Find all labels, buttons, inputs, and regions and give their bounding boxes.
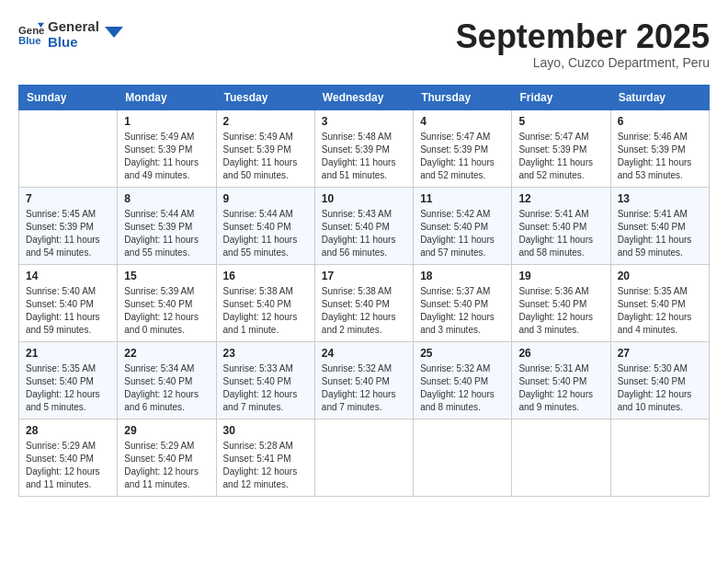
day-number: 3 xyxy=(322,115,406,128)
svg-text:Blue: Blue xyxy=(18,35,41,46)
day-number: 26 xyxy=(518,347,603,360)
calendar-cell: 4Sunrise: 5:47 AM Sunset: 5:39 PM Daylig… xyxy=(414,109,512,187)
day-info: Sunrise: 5:29 AM Sunset: 5:40 PM Dayligh… xyxy=(124,440,209,491)
logo-text-general: General xyxy=(48,18,99,34)
day-info: Sunrise: 5:38 AM Sunset: 5:40 PM Dayligh… xyxy=(322,285,406,337)
day-number: 15 xyxy=(124,270,209,282)
day-info: Sunrise: 5:45 AM Sunset: 5:39 PM Dayligh… xyxy=(26,208,110,259)
day-info: Sunrise: 5:35 AM Sunset: 5:40 PM Dayligh… xyxy=(618,285,702,337)
calendar-cell: 25Sunrise: 5:32 AM Sunset: 5:40 PM Dayli… xyxy=(414,341,512,419)
col-header-tuesday: Tuesday xyxy=(216,85,314,109)
logo: General Blue General Blue xyxy=(18,18,123,51)
day-number: 23 xyxy=(223,347,308,360)
day-info: Sunrise: 5:47 AM Sunset: 5:39 PM Dayligh… xyxy=(518,131,603,182)
calendar-cell: 5Sunrise: 5:47 AM Sunset: 5:39 PM Daylig… xyxy=(512,109,610,187)
calendar-cell: 27Sunrise: 5:30 AM Sunset: 5:40 PM Dayli… xyxy=(610,341,709,419)
day-info: Sunrise: 5:44 AM Sunset: 5:40 PM Dayligh… xyxy=(223,208,308,259)
calendar-week-row: 1Sunrise: 5:49 AM Sunset: 5:39 PM Daylig… xyxy=(19,109,710,187)
day-info: Sunrise: 5:38 AM Sunset: 5:40 PM Dayligh… xyxy=(223,285,308,337)
day-number: 13 xyxy=(618,192,702,205)
day-number: 8 xyxy=(124,192,209,205)
day-number: 16 xyxy=(223,270,308,282)
col-header-monday: Monday xyxy=(118,85,216,109)
calendar-cell xyxy=(314,419,413,496)
day-info: Sunrise: 5:29 AM Sunset: 5:40 PM Dayligh… xyxy=(26,440,110,491)
day-info: Sunrise: 5:41 AM Sunset: 5:40 PM Dayligh… xyxy=(618,208,702,259)
logo-text-blue: Blue xyxy=(48,34,99,50)
calendar-cell: 22Sunrise: 5:34 AM Sunset: 5:40 PM Dayli… xyxy=(118,341,216,419)
calendar-cell: 3Sunrise: 5:48 AM Sunset: 5:39 PM Daylig… xyxy=(314,109,413,187)
day-number: 18 xyxy=(420,270,505,282)
day-info: Sunrise: 5:34 AM Sunset: 5:40 PM Dayligh… xyxy=(124,362,209,414)
calendar-cell: 16Sunrise: 5:38 AM Sunset: 5:40 PM Dayli… xyxy=(216,264,314,341)
day-info: Sunrise: 5:40 AM Sunset: 5:40 PM Dayligh… xyxy=(26,285,110,337)
day-number: 4 xyxy=(420,115,505,128)
calendar-week-row: 7Sunrise: 5:45 AM Sunset: 5:39 PM Daylig… xyxy=(19,187,710,264)
day-number: 6 xyxy=(618,115,702,128)
day-number: 12 xyxy=(518,192,603,205)
day-number: 11 xyxy=(420,192,505,205)
day-number: 1 xyxy=(124,115,209,128)
calendar-cell: 14Sunrise: 5:40 AM Sunset: 5:40 PM Dayli… xyxy=(19,264,118,341)
day-number: 14 xyxy=(26,270,110,282)
day-info: Sunrise: 5:48 AM Sunset: 5:39 PM Dayligh… xyxy=(322,131,406,182)
day-number: 29 xyxy=(124,424,209,437)
day-number: 19 xyxy=(518,270,603,282)
day-number: 17 xyxy=(322,270,406,282)
day-number: 30 xyxy=(223,424,308,437)
calendar-cell: 10Sunrise: 5:43 AM Sunset: 5:40 PM Dayli… xyxy=(314,187,413,264)
calendar-cell: 9Sunrise: 5:44 AM Sunset: 5:40 PM Daylig… xyxy=(216,187,314,264)
logo-chevron-icon xyxy=(105,21,123,40)
calendar-header-row: SundayMondayTuesdayWednesdayThursdayFrid… xyxy=(19,85,710,109)
col-header-sunday: Sunday xyxy=(19,85,118,109)
day-info: Sunrise: 5:46 AM Sunset: 5:39 PM Dayligh… xyxy=(618,131,702,182)
calendar-cell: 21Sunrise: 5:35 AM Sunset: 5:40 PM Dayli… xyxy=(19,341,118,419)
calendar-cell: 29Sunrise: 5:29 AM Sunset: 5:40 PM Dayli… xyxy=(118,419,216,496)
day-info: Sunrise: 5:31 AM Sunset: 5:40 PM Dayligh… xyxy=(518,362,603,414)
calendar-cell: 12Sunrise: 5:41 AM Sunset: 5:40 PM Dayli… xyxy=(512,187,610,264)
calendar-cell: 26Sunrise: 5:31 AM Sunset: 5:40 PM Dayli… xyxy=(512,341,610,419)
col-header-saturday: Saturday xyxy=(610,85,709,109)
day-number: 28 xyxy=(26,424,110,437)
day-info: Sunrise: 5:39 AM Sunset: 5:40 PM Dayligh… xyxy=(124,285,209,337)
calendar-cell: 8Sunrise: 5:44 AM Sunset: 5:39 PM Daylig… xyxy=(118,187,216,264)
calendar-cell: 1Sunrise: 5:49 AM Sunset: 5:39 PM Daylig… xyxy=(118,109,216,187)
calendar-cell: 24Sunrise: 5:32 AM Sunset: 5:40 PM Dayli… xyxy=(314,341,413,419)
day-info: Sunrise: 5:41 AM Sunset: 5:40 PM Dayligh… xyxy=(518,208,603,259)
col-header-wednesday: Wednesday xyxy=(314,85,413,109)
calendar-cell: 20Sunrise: 5:35 AM Sunset: 5:40 PM Dayli… xyxy=(610,264,709,341)
svg-marker-3 xyxy=(105,27,123,38)
calendar-week-row: 14Sunrise: 5:40 AM Sunset: 5:40 PM Dayli… xyxy=(19,264,710,341)
col-header-friday: Friday xyxy=(512,85,610,109)
calendar-cell: 11Sunrise: 5:42 AM Sunset: 5:40 PM Dayli… xyxy=(414,187,512,264)
calendar-table: SundayMondayTuesdayWednesdayThursdayFrid… xyxy=(18,85,710,497)
day-number: 20 xyxy=(618,270,702,282)
calendar-cell xyxy=(19,109,118,187)
day-number: 10 xyxy=(322,192,406,205)
logo-icon: General Blue xyxy=(18,21,44,47)
calendar-cell: 2Sunrise: 5:49 AM Sunset: 5:39 PM Daylig… xyxy=(216,109,314,187)
month-title: September 2025 xyxy=(456,18,710,55)
day-info: Sunrise: 5:32 AM Sunset: 5:40 PM Dayligh… xyxy=(420,362,505,414)
day-info: Sunrise: 5:37 AM Sunset: 5:40 PM Dayligh… xyxy=(420,285,505,337)
day-info: Sunrise: 5:43 AM Sunset: 5:40 PM Dayligh… xyxy=(322,208,406,259)
calendar-cell: 7Sunrise: 5:45 AM Sunset: 5:39 PM Daylig… xyxy=(19,187,118,264)
day-number: 24 xyxy=(322,347,406,360)
calendar-cell: 18Sunrise: 5:37 AM Sunset: 5:40 PM Dayli… xyxy=(414,264,512,341)
day-number: 5 xyxy=(518,115,603,128)
subtitle: Layo, Cuzco Department, Peru xyxy=(456,55,710,70)
day-info: Sunrise: 5:47 AM Sunset: 5:39 PM Dayligh… xyxy=(420,131,505,182)
day-info: Sunrise: 5:32 AM Sunset: 5:40 PM Dayligh… xyxy=(322,362,406,414)
day-number: 9 xyxy=(223,192,308,205)
calendar-cell: 6Sunrise: 5:46 AM Sunset: 5:39 PM Daylig… xyxy=(610,109,709,187)
day-info: Sunrise: 5:49 AM Sunset: 5:39 PM Dayligh… xyxy=(223,131,308,182)
calendar-cell: 28Sunrise: 5:29 AM Sunset: 5:40 PM Dayli… xyxy=(19,419,118,496)
calendar-cell xyxy=(512,419,610,496)
calendar-cell xyxy=(414,419,512,496)
day-info: Sunrise: 5:42 AM Sunset: 5:40 PM Dayligh… xyxy=(420,208,505,259)
day-info: Sunrise: 5:35 AM Sunset: 5:40 PM Dayligh… xyxy=(26,362,110,414)
day-info: Sunrise: 5:28 AM Sunset: 5:41 PM Dayligh… xyxy=(223,440,308,491)
calendar-week-row: 28Sunrise: 5:29 AM Sunset: 5:40 PM Dayli… xyxy=(19,419,710,496)
day-info: Sunrise: 5:44 AM Sunset: 5:39 PM Dayligh… xyxy=(124,208,209,259)
day-number: 2 xyxy=(223,115,308,128)
